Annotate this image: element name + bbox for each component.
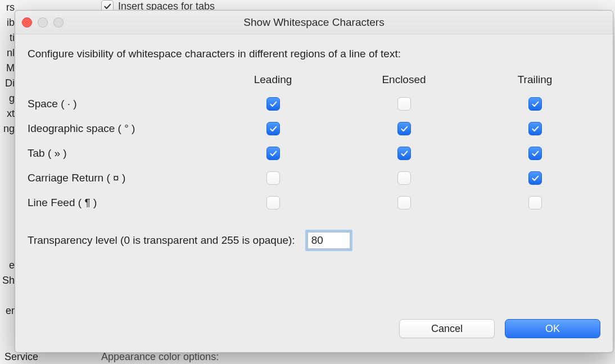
col-header-leading: Leading	[207, 74, 338, 86]
transparency-row: Transparency level (0 is transparent and…	[28, 230, 600, 251]
window-controls	[22, 17, 64, 28]
transparency-label: Transparency level (0 is transparent and…	[28, 234, 295, 247]
cancel-button[interactable]: Cancel	[399, 319, 495, 338]
minimize-icon[interactable]	[38, 17, 48, 28]
check-icon	[400, 124, 409, 133]
row-label-tab: Tab ( » )	[28, 147, 207, 160]
checkbox-ideographic-leading[interactable]	[266, 122, 280, 135]
check-icon	[531, 149, 540, 158]
ok-button[interactable]: OK	[505, 319, 600, 338]
check-icon	[269, 149, 278, 158]
col-header-enclosed: Enclosed	[338, 74, 469, 86]
check-icon	[531, 174, 540, 183]
checkbox-tab-trailing[interactable]	[528, 147, 542, 160]
checkbox-lf-enclosed[interactable]	[397, 196, 411, 210]
checkbox-ideographic-trailing[interactable]	[528, 122, 542, 135]
checkbox-cr-enclosed[interactable]	[397, 171, 411, 185]
dialog-footer: Cancel OK	[15, 313, 613, 352]
check-icon	[531, 124, 540, 133]
checkbox-space-trailing[interactable]	[528, 97, 542, 111]
whitespace-grid: Leading Enclosed Trailing Space ( · ) Id…	[28, 74, 600, 210]
row-label-space: Space ( · )	[28, 98, 207, 110]
checkbox-space-enclosed[interactable]	[397, 97, 411, 111]
checkbox-cr-leading[interactable]	[266, 171, 280, 185]
check-icon	[531, 99, 540, 108]
dialog-title: Show Whitespace Characters	[243, 16, 384, 29]
check-icon	[269, 99, 278, 108]
dialog-description: Configure visibility of whitespace chara…	[28, 48, 600, 60]
bg-bottom-left-text: Service	[4, 351, 38, 363]
row-label-cr: Carriage Return ( ¤ )	[28, 172, 207, 184]
row-label-ideographic: Ideographic space ( ° )	[28, 122, 207, 135]
checkbox-tab-enclosed[interactable]	[397, 147, 411, 160]
sidebar-fragment: rs ib ti nl M Di g xt ng e Sh er	[0, 0, 15, 364]
check-icon	[269, 124, 278, 133]
bg-bottom-mid-text: Appearance color options:	[101, 351, 219, 363]
check-icon	[400, 149, 409, 158]
checkbox-ideographic-enclosed[interactable]	[397, 122, 411, 135]
maximize-icon[interactable]	[53, 17, 64, 28]
check-icon	[103, 2, 112, 11]
col-header-trailing: Trailing	[469, 74, 600, 86]
checkbox-tab-leading[interactable]	[266, 147, 280, 160]
row-label-lf: Line Feed ( ¶ )	[28, 197, 207, 209]
checkbox-space-leading[interactable]	[266, 97, 280, 111]
checkbox-cr-trailing[interactable]	[528, 171, 542, 185]
transparency-input-focus-ring	[305, 230, 352, 251]
close-icon[interactable]	[22, 17, 32, 28]
transparency-input[interactable]	[308, 232, 350, 249]
checkbox-lf-leading[interactable]	[266, 196, 280, 210]
checkbox-lf-trailing[interactable]	[528, 196, 542, 210]
dialog-content: Configure visibility of whitespace chara…	[15, 34, 613, 313]
dialog-titlebar: Show Whitespace Characters	[15, 11, 613, 34]
whitespace-dialog: Show Whitespace Characters Configure vis…	[15, 10, 613, 353]
